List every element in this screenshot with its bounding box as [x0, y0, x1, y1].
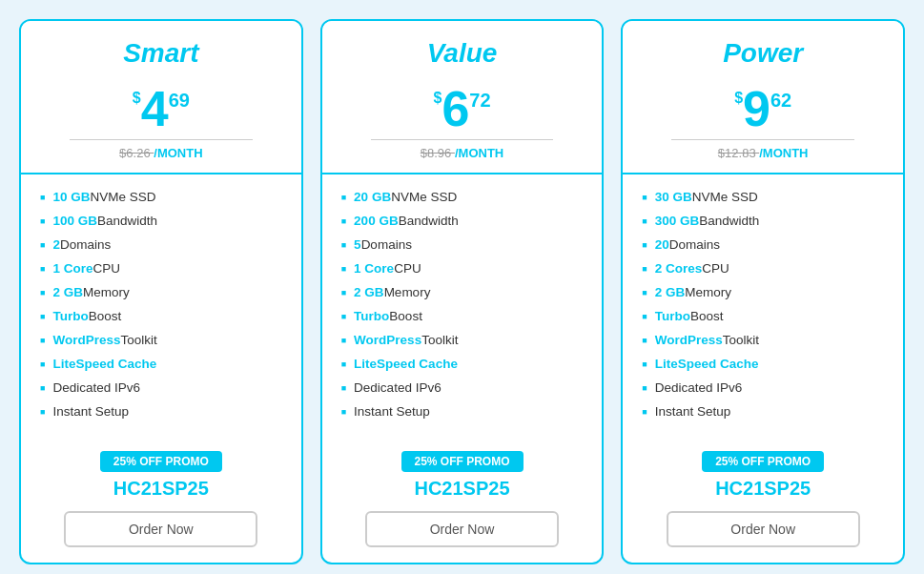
order-button-value[interactable]: Order Now — [365, 511, 559, 547]
price-period-smart: /MONTH — [154, 146, 202, 160]
feature-bold: 5 — [354, 237, 361, 252]
feature-bold: LiteSpeed Cache — [52, 357, 156, 371]
price-dollar-sign-value: $ — [433, 90, 441, 107]
promo-section-value: 25% OFF PROMOHC21SP25Order Now — [322, 443, 603, 563]
feature-bold: 2 GB — [354, 285, 384, 299]
list-item: Dedicated IPv6 — [642, 380, 884, 395]
feature-bold: 10 GB — [52, 190, 90, 204]
price-cents-value: 72 — [469, 90, 490, 112]
price-main-smart: 4 — [141, 84, 169, 133]
feature-bold: 2 Cores — [655, 261, 703, 276]
feature-bold: Turbo — [655, 309, 690, 323]
plan-card-value: Value$672$8.96 /MONTH20 GB NVMe SSD200 G… — [320, 19, 605, 564]
list-item: Turbo Boost — [40, 309, 282, 323]
list-item: 5 Domains — [341, 237, 584, 252]
feature-bold: Turbo — [354, 309, 389, 323]
feature-bold: 2 GB — [655, 285, 686, 299]
price-divider-smart — [70, 139, 253, 140]
feature-bold: LiteSpeed Cache — [354, 357, 458, 371]
feature-bold: 1 Core — [354, 261, 394, 276]
list-item: Instant Setup — [40, 404, 282, 419]
price-block-smart: $469 — [31, 84, 292, 133]
plan-header-power: Power$962$12.83 /MONTH — [623, 21, 903, 174]
promo-code-value: HC21SP25 — [341, 478, 584, 500]
feature-bold: WordPress — [354, 333, 421, 347]
feature-bold: 2 — [52, 237, 60, 252]
list-item: 1 Core CPU — [341, 261, 584, 276]
feature-bold: 30 GB — [655, 190, 692, 204]
list-item: 10 GB NVMe SSD — [40, 190, 282, 204]
list-item: 1 Core CPU — [40, 261, 282, 276]
promo-badge-value: 25% OFF PROMO — [401, 451, 524, 472]
order-button-smart[interactable]: Order Now — [64, 511, 257, 547]
price-original-value: $8.96 — [421, 146, 455, 160]
list-item: 200 GB Bandwidth — [341, 214, 584, 228]
price-original-power: $12.83 — [718, 146, 759, 160]
list-item: 2 Domains — [40, 237, 282, 252]
feature-bold: 200 GB — [354, 214, 399, 228]
price-original-row-smart: $6.26 /MONTH — [31, 144, 292, 161]
feature-bold: 20 GB — [354, 190, 391, 204]
feature-bold: WordPress — [52, 333, 120, 347]
plans-container: Smart$469$6.26 /MONTH10 GB NVMe SSD100 G… — [19, 19, 905, 564]
price-period-value: /MONTH — [455, 146, 503, 160]
list-item: LiteSpeed Cache — [642, 357, 884, 371]
list-item: WordPressToolkit — [341, 333, 584, 347]
list-item: 300 GB Bandwidth — [642, 214, 884, 228]
promo-badge-power: 25% OFF PROMO — [702, 451, 824, 472]
price-dollar-sign-power: $ — [734, 90, 743, 107]
list-item: LiteSpeed Cache — [40, 357, 282, 371]
price-dollar-sign-smart: $ — [133, 90, 141, 107]
feature-bold: 20 — [655, 237, 669, 252]
list-item: Turbo Boost — [341, 309, 584, 323]
list-item: 100 GB Bandwidth — [40, 214, 282, 228]
features-list-value: 20 GB NVMe SSD200 GB Bandwidth5 Domains1… — [322, 174, 603, 443]
price-cents-power: 62 — [770, 90, 791, 112]
price-cents-smart: 69 — [169, 90, 190, 112]
promo-badge-smart: 25% OFF PROMO — [100, 451, 222, 472]
list-item: 2 GB Memory — [40, 285, 282, 299]
promo-code-power: HC21SP25 — [642, 478, 884, 500]
price-original-row-power: $12.83 /MONTH — [632, 144, 893, 161]
feature-bold: LiteSpeed Cache — [655, 357, 759, 371]
plan-header-value: Value$672$8.96 /MONTH — [322, 21, 603, 174]
promo-section-smart: 25% OFF PROMOHC21SP25Order Now — [21, 443, 301, 563]
list-item: WordPress Toolkit — [40, 333, 282, 347]
price-main-power: 9 — [743, 84, 770, 133]
list-item: 2 Cores CPU — [642, 261, 884, 276]
plan-header-smart: Smart$469$6.26 /MONTH — [21, 21, 301, 174]
list-item: LiteSpeed Cache — [341, 357, 584, 371]
plan-name-value: Value — [332, 38, 593, 69]
promo-section-power: 25% OFF PROMOHC21SP25Order Now — [623, 443, 903, 563]
price-period-power: /MONTH — [759, 146, 808, 160]
price-original-smart: $6.26 — [119, 146, 154, 160]
plan-name-power: Power — [632, 38, 893, 69]
price-main-value: 6 — [441, 84, 469, 133]
promo-code-smart: HC21SP25 — [40, 478, 282, 500]
features-list-power: 30 GB NVMe SSD300 GB Bandwidth20 Domains… — [623, 174, 903, 443]
feature-bold: 100 GB — [52, 214, 97, 228]
features-list-smart: 10 GB NVMe SSD100 GB Bandwidth2 Domains1… — [21, 174, 301, 443]
feature-bold: Turbo — [52, 309, 88, 323]
plan-card-power: Power$962$12.83 /MONTH30 GB NVMe SSD300 … — [621, 19, 905, 564]
list-item: 2 GB Memory — [642, 285, 884, 299]
price-divider-power — [671, 139, 854, 140]
price-block-value: $672 — [332, 84, 593, 133]
order-button-power[interactable]: Order Now — [667, 511, 860, 547]
price-block-power: $962 — [632, 84, 893, 133]
plan-name-smart: Smart — [31, 38, 292, 69]
list-item: Dedicated IPv6 — [40, 380, 282, 395]
list-item: Dedicated IPv6 — [341, 380, 584, 395]
feature-bold: 1 Core — [52, 261, 92, 276]
price-divider-value — [371, 139, 554, 140]
list-item: 2 GB Memory — [341, 285, 584, 299]
price-original-row-value: $8.96 /MONTH — [332, 144, 593, 161]
list-item: 20 GB NVMe SSD — [341, 190, 584, 204]
list-item: Turbo Boost — [642, 309, 884, 323]
plan-card-smart: Smart$469$6.26 /MONTH10 GB NVMe SSD100 G… — [19, 19, 303, 564]
feature-bold: WordPress — [655, 333, 723, 347]
list-item: 20 Domains — [642, 237, 884, 252]
list-item: Instant Setup — [642, 404, 884, 419]
feature-bold: 300 GB — [655, 214, 700, 228]
list-item: Instant Setup — [341, 404, 584, 419]
